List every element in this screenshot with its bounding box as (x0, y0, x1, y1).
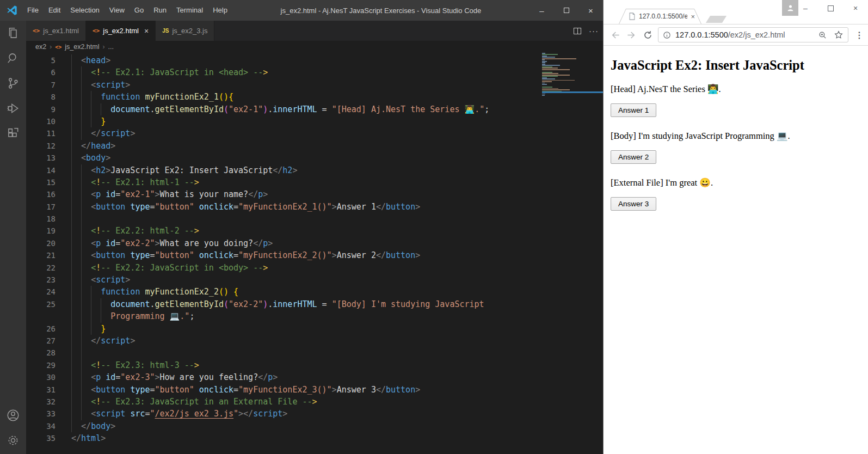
run-debug-icon[interactable] (0, 96, 26, 121)
js-file-icon: JS (162, 28, 169, 34)
html-file-icon: <> (55, 44, 61, 50)
address-bar[interactable]: 127.0.0.1:5500/ex2/js_ex2.html (658, 27, 848, 42)
reload-icon[interactable] (639, 27, 656, 43)
code-line: 18 (26, 213, 603, 225)
source-control-icon[interactable] (0, 71, 26, 96)
explorer-icon[interactable] (0, 21, 26, 46)
settings-gear-icon[interactable] (0, 428, 26, 453)
back-icon[interactable] (607, 27, 623, 43)
tab-js-ex2-html[interactable]: <> js_ex2.html × (86, 21, 156, 41)
vscode-window: File Edit Selection View Go Run Terminal… (0, 0, 603, 454)
code-line: 19 <!-- Ex2.2: html-2 --> (26, 225, 603, 237)
code-line: 8 function myFunctionEx2_1(){ (26, 91, 603, 103)
tab-label: js_ex1.html (43, 27, 79, 35)
maximize-button[interactable] (818, 0, 843, 16)
breadcrumb-file[interactable]: js_ex2.html (65, 43, 99, 51)
close-button[interactable]: × (578, 0, 603, 21)
zoom-icon[interactable] (818, 30, 827, 40)
browser-tab-title: 127.0.0.1:5500/ex2/js_ex2 (639, 13, 687, 20)
browser-navbar: 127.0.0.1:5500/ex2/js_ex2.html ⋮ (604, 24, 868, 46)
info-icon[interactable] (663, 31, 671, 39)
tab-label: js_ex2.html (103, 27, 139, 35)
code-line: 35</html> (26, 432, 603, 444)
code-line: 15 <!-- Ex2.1: html-1 --> (26, 176, 603, 188)
tab-js-ex2-3-js[interactable]: JS js_ex2_3.js (156, 21, 214, 41)
menu-help[interactable]: Help (208, 0, 232, 21)
page-heading: JavaScript Ex2: Insert JavaScript (611, 58, 863, 73)
minimap[interactable] (542, 53, 594, 96)
answer-text-2: [Body] I'm studying JavaScript Programmi… (611, 131, 863, 142)
minimap-line (542, 69, 570, 70)
code-line: Programming 💻."; (26, 310, 603, 322)
breadcrumb-more[interactable]: ... (108, 43, 113, 51)
answer-3-button[interactable]: Answer 3 (611, 197, 656, 211)
tab-label: js_ex2_3.js (172, 27, 207, 35)
code-editor[interactable]: 5 <head>6 <!-- Ex2.1: JavaScript in <hea… (26, 53, 603, 454)
vscode-logo-icon (6, 4, 18, 16)
maximize-icon (564, 8, 569, 13)
code-line: 24 function myFunctionEx2_2() { (26, 286, 603, 298)
close-button[interactable]: × (843, 0, 868, 16)
split-editor-icon[interactable] (574, 28, 581, 34)
editor-tabs: <> js_ex1.html <> js_ex2.html × JS js_ex… (26, 21, 603, 41)
url-text: 127.0.0.1:5500/ex2/js_ex2.html (675, 30, 818, 39)
activity-bar (0, 21, 26, 454)
menu-run[interactable]: Run (149, 0, 171, 21)
code-line: 27 </script> (26, 335, 603, 347)
minimize-button[interactable]: – (793, 0, 818, 16)
code-line: 25 document.getElementById("ex2-2").inne… (26, 298, 603, 310)
answer-text-1: [Head] Aj.NesT the Series 👨‍💻. (611, 84, 863, 95)
answer-1-button[interactable]: Answer 1 (611, 103, 656, 117)
browser-menu-icon[interactable]: ⋮ (853, 27, 866, 43)
minimize-button[interactable]: – (530, 0, 554, 21)
breadcrumb-folder[interactable]: ex2 (35, 43, 46, 51)
code-line: 11 </script> (26, 127, 603, 139)
code-line: 23 <script> (26, 274, 603, 286)
browser-window: 127.0.0.1:5500/ex2/js_ex2 × – × 127.0.0.… (603, 0, 868, 454)
code-line: 33 <script src="/ex2/js_ex2_3.js"></scri… (26, 408, 603, 420)
code-line: 32 <!-- Ex2.3: JavaScript in an External… (26, 396, 603, 408)
code-line: 5 <head> (26, 54, 603, 66)
code-line: 31 <button type="button" onclick="myFunc… (26, 384, 603, 396)
code-line: 30 <p id="ex2-3">How are you feeling?</p… (26, 371, 603, 383)
html-file-icon: <> (93, 27, 100, 34)
bookmark-star-icon[interactable] (834, 30, 844, 40)
accounts-icon[interactable] (0, 403, 26, 428)
new-tab-button[interactable] (706, 16, 727, 23)
browser-tab[interactable]: 127.0.0.1:5500/ex2/js_ex2 × (619, 9, 701, 24)
tab-js-ex1-html[interactable]: <> js_ex1.html (26, 21, 86, 41)
code-line: 34 </body> (26, 420, 603, 432)
tab-close-icon[interactable]: × (144, 27, 149, 35)
window-title: js_ex2.html - Aj.NesT JavaScript Exercis… (232, 7, 530, 15)
extensions-icon[interactable] (0, 121, 26, 146)
code-line: 10 } (26, 115, 603, 127)
browser-page: JavaScript Ex2: Insert JavaScript [Head]… (604, 46, 868, 454)
tab-close-icon[interactable]: × (691, 13, 695, 21)
breadcrumb-separator: › (50, 43, 52, 51)
menu-terminal[interactable]: Terminal (171, 0, 208, 21)
menu-selection[interactable]: Selection (65, 0, 104, 21)
minimap-line (542, 58, 576, 59)
code-line: 21 <button type="button" onclick="myFunc… (26, 249, 603, 261)
code-line: 22 <!-- Ex2.2: JavaScript in <body> --> (26, 262, 603, 274)
forward-icon[interactable] (623, 27, 639, 43)
code-line: 16 <p id="ex2-1">What is your name?</p> (26, 188, 603, 200)
minimap-slider[interactable] (542, 91, 603, 93)
breadcrumb-separator: › (102, 43, 104, 51)
code-lines: 5 <head>6 <!-- Ex2.1: JavaScript in <hea… (26, 54, 603, 445)
answer-text-3: [External File] I'm great 😀. (611, 177, 863, 188)
menu-file[interactable]: File (22, 0, 44, 21)
minimap-line (542, 84, 547, 85)
menu-edit[interactable]: Edit (44, 0, 65, 21)
more-actions-icon[interactable]: ··· (589, 26, 599, 35)
code-line: 6 <!-- Ex2.1: JavaScript in <head> --> (26, 66, 603, 78)
menu-go[interactable]: Go (130, 0, 149, 21)
code-line: 14 <h2>JavaScript Ex2: Insert JavaScript… (26, 164, 603, 176)
browser-titlebar: 127.0.0.1:5500/ex2/js_ex2 × – × (604, 0, 868, 24)
menu-view[interactable]: View (104, 0, 130, 21)
code-line: 28 (26, 347, 603, 359)
maximize-button[interactable] (554, 0, 578, 21)
code-line: 13 <body> (26, 152, 603, 164)
answer-2-button[interactable]: Answer 2 (611, 150, 656, 164)
search-icon[interactable] (0, 46, 26, 71)
